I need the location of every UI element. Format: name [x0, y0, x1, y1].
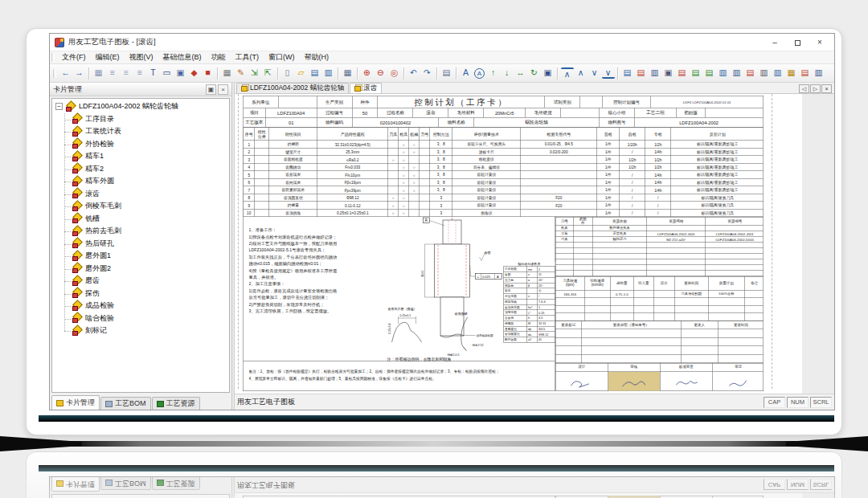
paste-icon[interactable]: ▦	[785, 67, 798, 80]
image-tool-icon[interactable]: ▣	[174, 67, 187, 80]
print-icon[interactable]: ▦	[342, 67, 354, 80]
card-view-icon[interactable]: ▥	[813, 67, 825, 80]
card-new-icon[interactable]: ▤	[621, 67, 634, 80]
tree-item-7[interactable]: 倒棱车毛刺	[59, 200, 229, 213]
tree-item-11[interactable]: 磨外圆1	[59, 250, 229, 263]
tree-item-12[interactable]: 磨外圆2	[59, 263, 229, 276]
copy-all-icon[interactable]: ▥	[772, 67, 784, 80]
doc-info-icon[interactable]: ▤	[440, 67, 453, 80]
tree-item-15[interactable]: 成品检验	[59, 300, 229, 312]
tree-root[interactable]: − LDFZ100A04-2002 蜗轮齿轮轴	[54, 100, 229, 113]
pencil-icon[interactable]: ✎	[235, 67, 248, 80]
char-widen-icon[interactable]: ↔	[514, 67, 527, 80]
redo-icon[interactable]: ↷	[421, 67, 434, 80]
tree-item-9[interactable]: 热前去毛刺	[59, 225, 229, 238]
table-cell	[744, 298, 764, 306]
collapse-icon[interactable]: −	[55, 103, 63, 110]
menu-item-3[interactable]: 基础信息(B)	[158, 52, 207, 63]
go-forward-icon[interactable]: →	[73, 67, 86, 80]
save-all-icon[interactable]: ▥	[322, 67, 335, 80]
panel-float-button[interactable]: ▣	[206, 84, 216, 95]
tree-item-14[interactable]: 探伤	[59, 288, 229, 300]
tree-item-17[interactable]: 刻标记	[59, 325, 229, 337]
tree-item-10[interactable]: 热后研孔	[59, 238, 229, 251]
table-row: 9跨棒量0.11-0.12○○3齿轮计量仪F201件//标识/隔离/更换刀具	[244, 202, 764, 210]
tree-item-1[interactable]: 工装统计表	[59, 125, 229, 138]
cell-select-icon[interactable]: ▦	[92, 67, 105, 80]
fill-icon[interactable]: ■	[202, 67, 215, 80]
tab-scroll-right-button[interactable]: ▷	[810, 84, 821, 93]
panel-tab-2[interactable]: 工艺资源	[152, 397, 200, 410]
document-tab-0[interactable]: LDFZ100A04-2002 蜗轮齿轮轴	[236, 83, 349, 93]
char-rotate-icon[interactable]: ↻	[528, 67, 541, 80]
font-icon[interactable]: A	[460, 67, 473, 80]
undo-icon[interactable]: ↶	[407, 67, 420, 80]
card-export-icon[interactable]: ▤	[799, 67, 812, 80]
document-viewport[interactable]: 系列单位生产类别种件控制计划（工序卡）试制类别控制计划编号LDFZ.LDFZ10…	[235, 94, 834, 394]
row-up-icon[interactable]: ▤	[690, 67, 702, 80]
minimize-button[interactable]: –	[764, 35, 786, 50]
tree-item-6[interactable]: 滚齿	[59, 188, 229, 201]
card-delete-icon[interactable]: ▤	[635, 67, 648, 80]
zoom-in-icon[interactable]: ⊕	[361, 67, 374, 80]
card-lock-icon[interactable]: ▣	[662, 67, 675, 80]
maximize-button[interactable]	[786, 35, 809, 50]
menu-item-4[interactable]: 功能	[207, 52, 231, 63]
capture-icon[interactable]: ▦	[221, 67, 234, 80]
tab-close-button[interactable]: ×	[821, 84, 832, 93]
tree-item-13[interactable]: 磨齿	[59, 275, 229, 288]
row-copy-icon[interactable]: ▥	[717, 67, 730, 80]
row-delete-icon[interactable]: ▤	[676, 67, 689, 80]
new-file-icon[interactable]: ▯	[281, 67, 294, 80]
panel-tab-0[interactable]: 卡片管理	[51, 395, 100, 410]
row-cut-icon[interactable]: ▤	[744, 67, 757, 80]
panel-close-button[interactable]: ×	[218, 84, 228, 95]
tree-item-2[interactable]: 外协检验	[59, 138, 229, 151]
tree-item-3[interactable]: 精车1	[59, 150, 229, 163]
save-icon[interactable]: ▤	[309, 67, 321, 80]
move-top-icon[interactable]: ∧	[561, 67, 574, 79]
tree-item-5[interactable]: 精车外圆	[59, 175, 229, 188]
text-tool-icon[interactable]: T	[147, 67, 160, 80]
tree-item-8[interactable]: 铣槽	[59, 213, 229, 226]
align-center-icon[interactable]: ≡	[120, 67, 133, 80]
move-bottom-icon[interactable]: ∨	[602, 67, 615, 79]
menu-item-6[interactable]: 窗口(W)	[264, 52, 300, 63]
panel-tab-1[interactable]: 工艺BOM	[100, 397, 151, 410]
open-file-icon[interactable]: ▱	[295, 67, 308, 80]
tree-item-0[interactable]: 工序目录	[59, 113, 229, 126]
tree-item-4[interactable]: 精车2	[59, 163, 229, 176]
menu-item-5[interactable]: 工具(T)	[231, 52, 264, 63]
comment-icon[interactable]: ▣	[542, 67, 555, 80]
toolbar-grip[interactable]	[53, 69, 56, 78]
card-print-icon[interactable]: ▥	[649, 67, 661, 80]
menu-item-1[interactable]: 编辑(E)	[91, 52, 125, 63]
rect-tool-icon[interactable]: ▭	[161, 67, 174, 80]
document-tab-1[interactable]: 滚齿	[350, 83, 382, 93]
row-insert-icon[interactable]: ▥	[731, 67, 743, 80]
zoom-fit-icon[interactable]: ◎	[388, 67, 401, 80]
menu-item-7[interactable]: 帮助(H)	[300, 52, 334, 63]
go-back-icon[interactable]: ←	[59, 67, 72, 80]
import-image-icon[interactable]: ⇲	[248, 67, 261, 80]
align-left-icon[interactable]: ≡	[106, 67, 119, 80]
row-down-icon[interactable]: ▤	[703, 67, 716, 80]
tab-scroll-left-button[interactable]: ◁	[799, 84, 809, 93]
export-image-icon[interactable]: ⇱	[262, 67, 275, 80]
window-controls: – ×	[764, 35, 831, 50]
align-right-icon[interactable]: ≡	[133, 67, 146, 80]
menu-item-0[interactable]: 文件(F)	[57, 52, 91, 63]
move-down-icon[interactable]: ∨	[588, 67, 601, 80]
char-circle-icon[interactable]: A	[474, 68, 485, 79]
copy-icon[interactable]: ▥	[758, 67, 771, 80]
char-lower-icon[interactable]: ↓	[501, 67, 514, 80]
close-button[interactable]: ×	[809, 35, 831, 50]
menu-item-2[interactable]: 视图(V)	[125, 52, 158, 63]
char-raise-icon[interactable]: ↑	[487, 67, 500, 80]
zoom-out-icon[interactable]: ⊖	[375, 67, 387, 80]
tree-item-16[interactable]: 啮合检验	[59, 312, 229, 325]
move-up-icon[interactable]: ∧	[575, 67, 588, 80]
menubar-grip[interactable]	[51, 53, 55, 62]
eraser-icon[interactable]: ◆	[188, 67, 201, 80]
table-cell: 1件	[597, 194, 620, 202]
